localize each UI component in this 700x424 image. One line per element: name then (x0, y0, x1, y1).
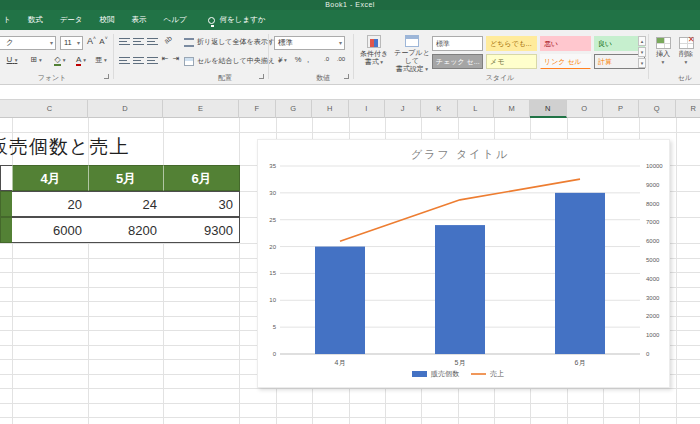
column-header-M[interactable]: M (494, 100, 530, 118)
tell-me-search[interactable]: 何をしますか (208, 15, 266, 25)
conditional-formatting-icon (367, 35, 381, 48)
month-header-cell[interactable]: 5月 (88, 165, 164, 191)
formula-bar[interactable] (0, 85, 700, 100)
column-header-G[interactable]: G (276, 100, 313, 118)
format-as-table-button[interactable]: テーブルとして 書式設定 ▾ (392, 35, 432, 73)
align-center-icon[interactable] (133, 57, 144, 66)
align-middle-icon[interactable] (133, 38, 144, 47)
bar-5月[interactable] (435, 225, 485, 354)
column-headers: CDEFGHIJKLMNOPQR (0, 100, 700, 118)
gallery-more-button[interactable]: ▾ (638, 58, 646, 68)
chart-canvas: グラフ タイトル05101520253035010002000300040005… (258, 140, 671, 389)
category-label: 5月 (455, 359, 466, 367)
align-right-icon[interactable] (147, 57, 158, 66)
cell-style-check[interactable]: チェック セ... (432, 54, 483, 69)
column-header-Q[interactable]: Q (639, 100, 676, 118)
align-left-icon[interactable] (119, 57, 130, 66)
sales-cell[interactable]: 9300 (163, 217, 240, 243)
column-header-N[interactable]: N (530, 100, 567, 118)
cell-style-note[interactable]: メモ (486, 54, 537, 69)
quantity-cell[interactable]: 20 (12, 191, 89, 217)
grid-line (163, 118, 164, 424)
column-header-F[interactable]: F (239, 100, 276, 118)
menu-tab-0[interactable]: ト (3, 15, 11, 25)
lightbulb-icon (208, 17, 215, 24)
secondary-axis-tick: 10000 (646, 163, 663, 169)
gallery-down-button[interactable]: ▾ (638, 47, 646, 57)
menu-tab-2[interactable]: データ (60, 15, 83, 25)
font-group-label: フォント (22, 73, 82, 83)
column-header-D[interactable]: D (88, 100, 163, 118)
merge-center-button[interactable]: セルを結合して中央揃え ▾ (184, 56, 281, 66)
font-color-button[interactable]: A ▾ (72, 55, 90, 64)
shrink-font-button[interactable]: A˅ (98, 35, 109, 46)
conditional-formatting-button[interactable]: 条件付き 書式 ▾ (356, 35, 392, 66)
phonetic-guide-button[interactable]: 亜 ▾ (92, 55, 110, 65)
primary-axis-tick: 5 (273, 324, 277, 330)
fill-color-button[interactable]: ◇ ▾ (50, 55, 70, 64)
combo-chart[interactable]: グラフ タイトル05101520253035010002000300040005… (257, 139, 670, 388)
insert-cells-icon (656, 37, 671, 49)
decrease-indent-button[interactable]: ⇤ (160, 54, 170, 63)
secondary-axis-tick: 4000 (646, 276, 660, 282)
month-header-cell[interactable]: 6月 (163, 165, 240, 191)
number-format-combo[interactable]: 標準 ▾ (274, 36, 345, 50)
column-header-R[interactable]: R (676, 100, 700, 118)
bar-6月[interactable] (555, 193, 605, 354)
worksheet-grid[interactable]: 販売個数と売上 4月5月6月202430600082009300 グラフ タイト… (0, 118, 700, 424)
secondary-axis-tick: 2000 (646, 313, 660, 319)
cell-style-neutral[interactable]: どちらでも... (486, 36, 537, 51)
percent-format-button[interactable]: % (293, 55, 303, 64)
category-label: 6月 (575, 359, 586, 367)
legend-bar-swatch[interactable] (412, 371, 427, 377)
column-header-J[interactable]: J (385, 100, 421, 118)
grow-font-button[interactable]: A˄ (86, 35, 97, 46)
font-dialog-launcher[interactable] (104, 74, 109, 79)
column-header-C[interactable]: C (12, 100, 88, 118)
quantity-cell[interactable]: 30 (163, 191, 240, 217)
alignment-group-label: 配置 (195, 73, 255, 83)
underline-button[interactable]: U ▾ (4, 55, 20, 64)
group-separator (268, 34, 269, 79)
fill-color-icon: ◇ (54, 55, 60, 66)
sales-cell[interactable]: 6000 (12, 217, 89, 243)
font-size-combo[interactable]: 11 ▾ (60, 36, 83, 50)
secondary-axis-tick: 0 (646, 351, 650, 357)
primary-axis-tick: 10 (269, 297, 276, 303)
cell-style-normal[interactable]: 標準 (432, 36, 483, 51)
orientation-button[interactable]: ab (160, 32, 177, 48)
font-name-combo[interactable]: ク ▾ (0, 36, 56, 50)
column-header-H[interactable]: H (312, 100, 349, 118)
gallery-up-button[interactable]: ▴ (638, 36, 646, 46)
menu-tab-3[interactable]: 校閲 (100, 15, 115, 25)
column-header-K[interactable]: K (421, 100, 458, 118)
delete-cells-button[interactable]: 削除▾ (675, 37, 697, 66)
menu-tab-1[interactable]: 数式 (28, 15, 43, 25)
bar-4月[interactable] (315, 247, 365, 354)
column-header-P[interactable]: P (603, 100, 639, 118)
increase-decimal-button[interactable]: .0 (320, 56, 333, 62)
column-header-L[interactable]: L (458, 100, 495, 118)
decrease-decimal-button[interactable]: .00 (334, 56, 348, 62)
menu-tab-5[interactable]: ヘルプ (164, 15, 187, 25)
borders-button[interactable]: ⊞ ▾ (26, 55, 46, 64)
insert-cells-button[interactable]: 挿入▾ (652, 37, 674, 66)
comma-format-button[interactable]: , (304, 55, 312, 64)
number-dialog-launcher[interactable] (344, 74, 349, 79)
chevron-down-icon: ▾ (77, 37, 80, 49)
align-top-icon[interactable] (119, 38, 130, 47)
menu-tab-4[interactable]: 表示 (132, 15, 147, 25)
column-header-I[interactable]: I (349, 100, 386, 118)
alignment-dialog-launcher[interactable] (259, 74, 264, 79)
align-bottom-icon[interactable] (147, 38, 158, 47)
column-header-E[interactable]: E (163, 100, 239, 118)
sales-cell[interactable]: 8200 (88, 217, 164, 243)
cell-style-link[interactable]: リンク セル (540, 54, 591, 69)
cell-style-bad[interactable]: 悪い (540, 36, 591, 51)
increase-indent-button[interactable]: ⇥ (171, 54, 181, 63)
secondary-axis-tick: 3000 (646, 295, 660, 301)
currency-format-button[interactable]: ￥▾ (274, 55, 290, 65)
quantity-cell[interactable]: 24 (88, 191, 164, 217)
column-header-O[interactable]: O (567, 100, 604, 118)
month-header-cell[interactable]: 4月 (12, 165, 89, 191)
